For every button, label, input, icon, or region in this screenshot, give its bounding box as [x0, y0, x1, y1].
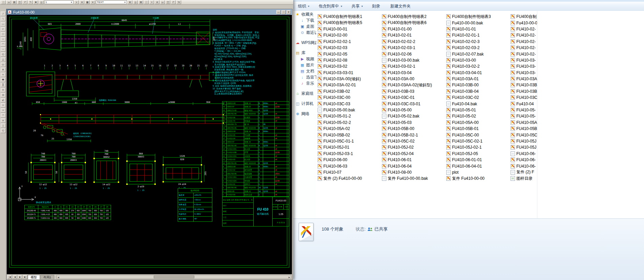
file-item[interactable]: FU410-07 [317, 169, 381, 175]
draw-tool-icon[interactable]: ◠ [1, 42, 6, 47]
file-item[interactable]: FU410-02-02-2 [381, 39, 446, 45]
file-item[interactable]: 复件 Fu410-00-00.bak [381, 175, 446, 181]
toolbar-icon[interactable]: ▤ [12, 0, 17, 4]
file-item[interactable]: FU400自制件明细表2 [381, 14, 446, 20]
file-item[interactable]: FU410-05B-00 [381, 126, 446, 132]
draw-tool-icon[interactable]: □ [1, 32, 6, 37]
toolbar-icon[interactable]: ✚ [34, 0, 38, 4]
draw-tool-icon[interactable]: + [1, 108, 6, 113]
scrollbar-thumb[interactable] [154, 276, 194, 278]
nav-item[interactable]: ☁ WPS网盘 [293, 40, 316, 46]
nav-item[interactable]: ▤ 文档 [293, 68, 316, 74]
file-item[interactable]: 复件 (2) Fu410-00-00 [317, 175, 381, 181]
command-bar-button[interactable]: 新建文件夹 [390, 3, 412, 9]
file-item[interactable]: FU410-03A-02-01 [317, 82, 381, 88]
toolbar-icon[interactable]: ▭ [160, 0, 165, 4]
file-item[interactable]: Fu410-04 [510, 101, 537, 107]
toolbar-icon[interactable]: ◎ [133, 0, 138, 4]
layer-combo[interactable]: 1 ▼ [44, 0, 73, 4]
file-item[interactable]: FU410-05J [510, 144, 537, 150]
toolbar-icon[interactable]: ⊞ [128, 0, 132, 4]
draw-tool-icon[interactable]: ○ [1, 37, 6, 42]
file-item[interactable]: FU410-03B-02 [317, 88, 381, 94]
file-item[interactable]: Fu410-04.bak [446, 101, 510, 107]
toolbar-icon[interactable]: % [176, 0, 181, 4]
draw-tool-icon[interactable]: ∠ [1, 98, 6, 103]
file-item[interactable]: FU410-02-03 [317, 45, 381, 51]
command-bar-button[interactable]: 共享 ▼ [351, 3, 363, 9]
file-item[interactable]: FU410-05A-02 [317, 126, 381, 132]
draw-tool-icon[interactable]: ◇ [1, 52, 6, 57]
toolbar-icon[interactable]: A [80, 0, 84, 4]
file-item[interactable]: FU410-03-00.bak [381, 57, 446, 63]
draw-tool-icon[interactable]: \ [1, 17, 6, 21]
file-item[interactable]: FU410-02- [510, 45, 537, 51]
file-item[interactable]: FU410-02-03-1 [381, 45, 446, 51]
nav-item[interactable]: ⊙ 最近访问 [293, 29, 316, 36]
file-item[interactable]: FU410-05J-05 [446, 151, 510, 157]
file-item[interactable]: FU410-05-00 [381, 107, 446, 113]
file-item[interactable]: FU410-06- [510, 151, 537, 157]
nav-item[interactable]: ▤ 库 [293, 50, 316, 56]
file-item[interactable]: FU410-02-02-1 [317, 39, 381, 45]
file-item[interactable]: FU410-03-02-2 [446, 63, 510, 69]
file-item[interactable]: FU410-00-01 [317, 26, 381, 32]
file-item[interactable]: FU410-03C-03 [317, 101, 381, 107]
toolbar-icon[interactable]: ↷ [28, 0, 33, 4]
draw-tool-icon[interactable]: | [1, 123, 6, 128]
toolbar-icon[interactable]: ≡ [149, 0, 154, 4]
file-item[interactable]: FU410-05-02.bak [381, 113, 446, 119]
file-item[interactable]: FU410-05C-01-1 [317, 138, 381, 144]
file-item[interactable]: FU410-03C [510, 94, 537, 101]
nav-item[interactable]: ▶ 视频 [293, 56, 316, 62]
file-item[interactable]: FU410-05-02-2 [317, 120, 381, 126]
file-item[interactable]: FU400自制件明细表5 [317, 20, 381, 26]
file-item[interactable]: FU410-06-01 [381, 157, 446, 163]
file-item[interactable]: FU410-06-04 [381, 163, 446, 169]
draw-tool-icon[interactable]: — [1, 22, 6, 26]
file-item[interactable]: FU410-03B-00 [446, 82, 510, 88]
file-item[interactable]: FU400自制件明细表1 [317, 14, 381, 20]
tab-model[interactable]: 模型 [28, 275, 40, 279]
file-item[interactable]: FU410-05C-02 [381, 138, 446, 144]
draw-tool-icon[interactable]: ≡ [1, 88, 6, 92]
file-item[interactable]: FU410-03-02 [317, 63, 381, 69]
file-item[interactable]: FU410-03-04-01 [446, 70, 510, 76]
file-item[interactable]: plot [446, 169, 510, 175]
nav-item[interactable]: ⌂ 家庭组 [293, 90, 316, 96]
file-item[interactable]: FU410-05B-02-1 [381, 132, 446, 138]
draw-tool-icon[interactable]: ╳ [1, 83, 6, 87]
toolbar-icon[interactable]: ◎ [39, 0, 44, 4]
file-item[interactable]: FU410-03- [510, 70, 537, 76]
file-item[interactable]: FU410-05J-02-1 [446, 144, 510, 150]
file-item[interactable]: FU400自制件明细表3 [446, 14, 510, 20]
horizontal-scrollbar[interactable]: ◀ ▶ [57, 275, 291, 279]
file-item[interactable]: FU410-06-01-01 [446, 157, 510, 163]
text-style-combo[interactable]: TEXT ▼ [96, 0, 127, 4]
window-button[interactable]: ✕ [286, 10, 291, 14]
draw-tool-icon[interactable]: A [1, 67, 6, 72]
file-item[interactable]: FU410-03-03-01 [317, 70, 381, 76]
file-item[interactable]: FU400自制件明细表6 [381, 20, 446, 26]
toolbar-icon[interactable]: ▤ [138, 0, 143, 4]
file-item[interactable]: FU410-02- [510, 51, 537, 57]
toolbar-icon[interactable]: A [155, 0, 159, 4]
file-item[interactable]: FU410-05C [510, 132, 537, 138]
draw-tool-icon[interactable]: ◇ [1, 128, 6, 133]
toolbar-icon[interactable]: ▦ [85, 0, 90, 4]
nav-item[interactable]: ▣ 桌面 [293, 23, 316, 29]
file-item[interactable]: FU410-03C-02 [446, 94, 510, 101]
window-button[interactable]: — [276, 10, 281, 14]
file-item[interactable]: FU410-06- [510, 157, 537, 163]
nav-item[interactable]: ♪ 音乐 [293, 80, 316, 86]
file-item[interactable]: FU410-02- [510, 32, 537, 38]
nav-item[interactable]: ↓ 下载 [293, 17, 316, 23]
file-item[interactable]: FU410-05B-02 [317, 132, 381, 138]
file-item[interactable]: 图样目录 [510, 175, 537, 181]
file-item[interactable]: FU410-02-03-2 [446, 45, 510, 51]
file-item[interactable]: FU410-05-02 [446, 113, 510, 119]
tab-nav-button[interactable]: ▶ [18, 275, 22, 279]
file-item[interactable]: FU410-06-00 [317, 157, 381, 163]
file-item[interactable]: FU410-05B-01 [446, 126, 510, 132]
file-item[interactable]: FU410-05- [510, 113, 537, 119]
